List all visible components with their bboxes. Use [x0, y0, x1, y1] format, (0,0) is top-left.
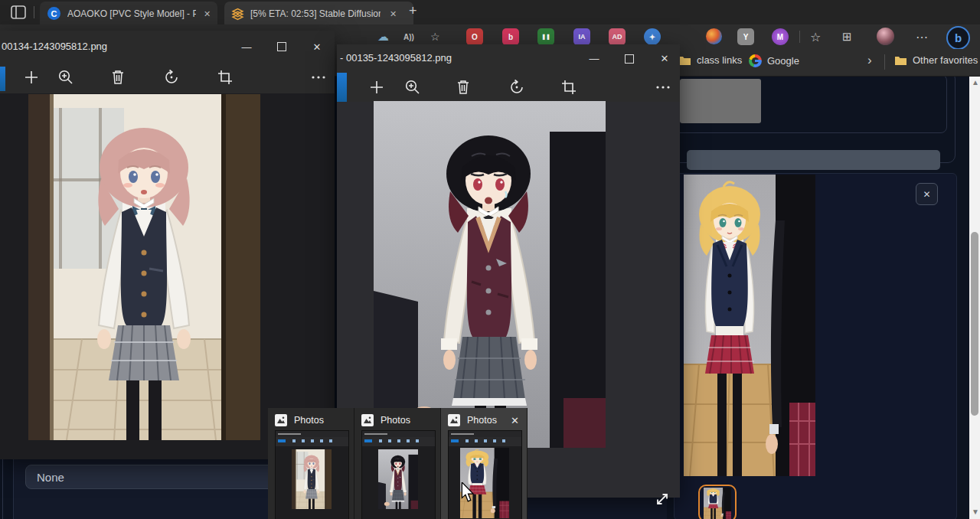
read-aloud-icon[interactable]: A)) [403, 28, 414, 45]
minimize-button[interactable]: — [229, 31, 264, 63]
extension-icon-red[interactable]: O [466, 28, 483, 45]
mini-title-bar [276, 431, 348, 437]
tab-title: AOAOKO [PVC Style Model] - PV [67, 8, 196, 19]
see-more-icon[interactable] [654, 78, 672, 96]
add-to-album-icon[interactable] [368, 78, 386, 96]
profile-avatar[interactable] [877, 28, 894, 45]
cloud-extension-icon[interactable]: ☁ [377, 28, 389, 45]
photo-canvas [0, 93, 335, 459]
minimize-icon: — [242, 41, 252, 53]
crop-icon[interactable] [216, 68, 234, 86]
settings-more-icon[interactable]: ⋯ [916, 28, 928, 45]
close-icon: ✕ [923, 189, 930, 200]
mini-photo-black-haired-girl [378, 449, 418, 509]
preview-thumbnail[interactable] [448, 430, 522, 519]
mini-toolbar [449, 437, 521, 446]
maximize-button[interactable] [264, 31, 299, 63]
maximize-icon [277, 42, 286, 51]
photos-toolbar [337, 73, 680, 102]
photo-00135-black-haired-girl[interactable] [374, 101, 606, 448]
screen: C AOAOKO [PVC Style Model] - PV ✕ [5% ET… [0, 0, 980, 519]
tab-title: [5% ETA: 02:53] Stable Diffusion [250, 8, 381, 19]
generated-image-blonde-girl[interactable] [684, 175, 815, 476]
tab-close-icon[interactable]: ✕ [387, 8, 400, 21]
globe-extension-icon[interactable] [706, 28, 722, 44]
gallery-close-button[interactable]: ✕ [916, 183, 938, 205]
extension-icon-purple[interactable]: IA [573, 28, 590, 45]
tab-actions-menu-icon[interactable] [11, 5, 26, 19]
bing-chat-icon[interactable]: b [946, 26, 970, 50]
crop-icon[interactable] [560, 78, 578, 96]
photo-00134-pink-haired-girl[interactable] [28, 94, 260, 440]
extension-icon-rose[interactable]: AD [609, 28, 626, 45]
new-tab-button[interactable]: + [409, 3, 417, 19]
extension-icon-m[interactable]: M [772, 28, 789, 45]
taskbar-preview-flyout: Photos [268, 408, 528, 519]
window-title-bar[interactable]: - 00135-1243095812.png — ✕ [337, 44, 680, 73]
tab-close-icon[interactable]: ✕ [201, 8, 214, 21]
preview-thumbnail[interactable] [361, 430, 436, 519]
extension-icon-blue[interactable]: ✦ [644, 28, 661, 45]
mini-toolbar [362, 437, 435, 446]
page-scrollbar[interactable]: ▲ ▼ [969, 76, 980, 519]
maximize-icon [625, 54, 634, 64]
scroll-up-arrow[interactable]: ▲ [972, 79, 979, 86]
gallery-thumbnail-selected[interactable] [698, 485, 737, 519]
gallery-thumbnail-image [704, 488, 731, 519]
folder-icon [894, 55, 907, 66]
taskbar-preview-photos-2[interactable]: Photos [354, 408, 441, 519]
zoom-icon[interactable] [57, 68, 75, 86]
window-title-bar[interactable]: 00134-1243095812.png — ✕ [0, 31, 335, 63]
window-title: 00134-1243095812.png [2, 41, 107, 52]
extension-icon-green[interactable]: ❚❚ [537, 28, 554, 45]
favorites-overflow-chevron[interactable]: › [867, 53, 872, 68]
mini-photo-pink-girl [292, 449, 332, 509]
tab-divider [34, 6, 34, 18]
panel-border [2, 449, 3, 519]
extension-icon-y[interactable]: Y [737, 28, 754, 45]
preview-thumbnail[interactable] [275, 430, 349, 519]
see-all-photos-button[interactable] [0, 67, 5, 91]
close-icon: ✕ [313, 41, 322, 53]
zoom-icon[interactable] [403, 78, 422, 96]
add-to-album-icon[interactable] [22, 68, 41, 86]
favorites-bar-star-icon[interactable]: ☆ [810, 28, 821, 45]
toolbar-divider [799, 31, 800, 43]
see-more-icon[interactable] [309, 68, 328, 86]
photos-toolbar [0, 63, 335, 93]
close-icon: ✕ [661, 53, 669, 64]
minimize-button[interactable]: — [577, 44, 612, 73]
delete-icon[interactable] [454, 78, 472, 96]
stable-diffusion-favicon [231, 8, 244, 21]
expand-image-icon[interactable] [654, 491, 671, 508]
close-button[interactable]: ✕ [299, 31, 335, 63]
favorites-label: Other favorites [913, 54, 978, 66]
preview-app-label: Photos [467, 415, 497, 426]
maximize-button[interactable] [612, 44, 647, 73]
rotate-icon[interactable] [508, 78, 526, 96]
photos-app-icon [448, 414, 460, 426]
preview-close-button[interactable]: ✕ [511, 415, 519, 426]
favorites-folder-class-links[interactable]: class links [678, 54, 742, 66]
tab-civitai[interactable]: C AOAOKO [PVC Style Model] - PV ✕ [40, 2, 217, 24]
photos-app-icon [275, 414, 287, 426]
tab-stable-diffusion[interactable]: [5% ETA: 02:53] Stable Diffusion ✕ [224, 2, 413, 24]
photos-app-icon [361, 414, 374, 426]
favorite-star-icon[interactable]: ☆ [430, 28, 440, 45]
favorites-label: Google [767, 55, 799, 67]
taskbar-preview-photos-1[interactable]: Photos [268, 408, 354, 519]
see-all-photos-button[interactable] [337, 73, 347, 102]
scrollbar-thumb[interactable] [971, 232, 978, 416]
close-button[interactable]: ✕ [647, 44, 682, 73]
taskbar-preview-photos-3[interactable]: Photos ✕ [441, 408, 528, 519]
scroll-down-arrow[interactable]: ▼ [972, 508, 979, 516]
favorites-divider [884, 54, 885, 70]
extension-icon-crimson[interactable]: b [502, 28, 519, 45]
favorites-item-google[interactable]: Google [749, 54, 799, 67]
window-title: - 00135-1243095812.png [340, 52, 452, 64]
delete-icon[interactable] [109, 68, 127, 86]
favorites-folder-other[interactable]: Other favorites [894, 54, 978, 66]
collections-icon[interactable]: ⊞ [842, 28, 852, 45]
inner-panel-border [674, 74, 947, 133]
rotate-icon[interactable] [162, 68, 181, 86]
